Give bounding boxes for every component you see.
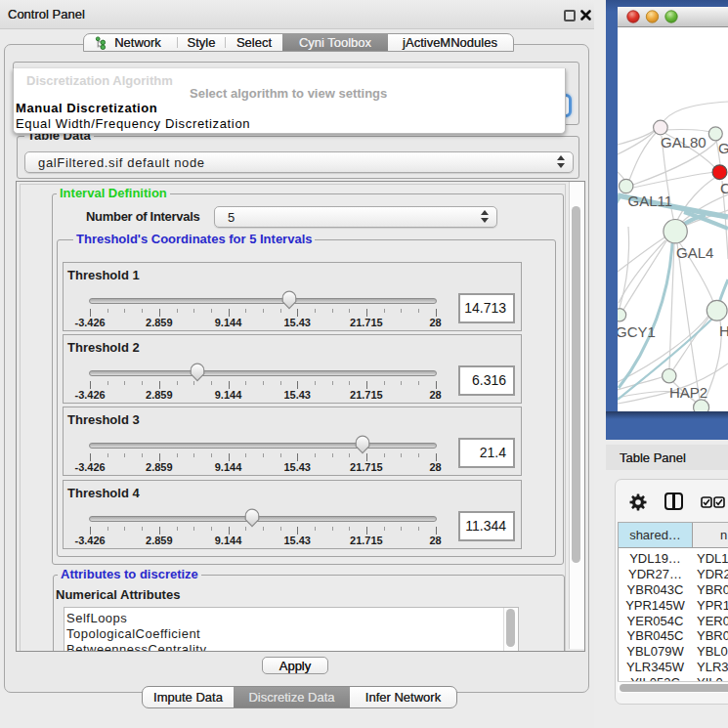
svg-text:GCY1: GCY1 [618, 323, 656, 340]
svg-text:G: G [718, 140, 728, 156]
svg-text:H: H [719, 322, 728, 339]
svg-text:C: C [720, 180, 728, 196]
svg-text:GAL11: GAL11 [628, 193, 673, 209]
svg-text:GAL80: GAL80 [661, 134, 707, 150]
svg-text:HAP2: HAP2 [669, 384, 707, 401]
svg-text:GAL4: GAL4 [676, 244, 713, 261]
